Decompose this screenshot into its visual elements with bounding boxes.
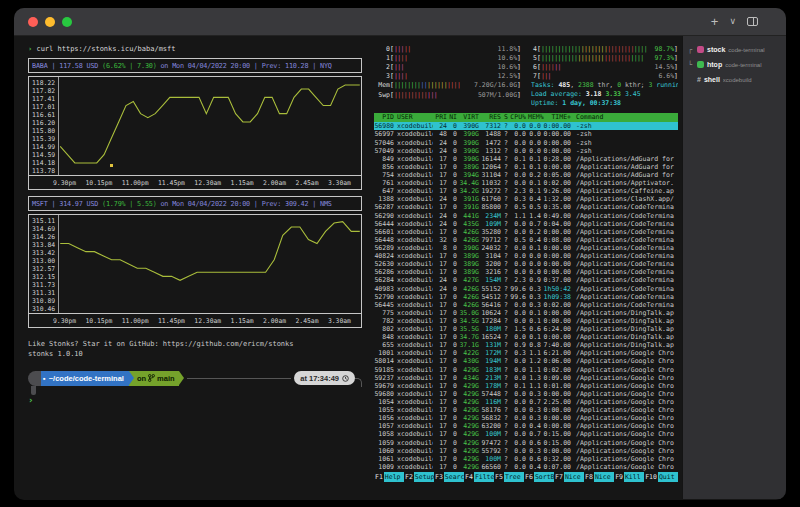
process-row[interactable]: 56997xcodebuild480390G1488?0.00.00:00.00… — [374, 130, 678, 138]
process-row[interactable]: 1054xcodebuild170429G116M?0.00.72:25.00/… — [374, 398, 678, 406]
memory-meter: Mem[||||||||||||||||||||7.20G/16.0G] — [374, 81, 521, 90]
process-row[interactable]: 59680xcodebuild170429G57448?0.00.30:00.0… — [374, 390, 678, 398]
column-header-mem[interactable]: MEM% — [528, 113, 541, 122]
process-row[interactable]: 56448xcodebuild320426G79712?0.50.40:08.0… — [374, 236, 678, 244]
process-row[interactable]: 56287xcodebuild170391G85800?0.50.50:35.0… — [374, 203, 678, 211]
process-row[interactable]: 56289xcodebuild80390G24032?0.00.10:00.00… — [374, 244, 678, 252]
shell-prompt: ▪ ~/code/code-terminal on main — [28, 370, 362, 386]
process-row[interactable]: 57049xcodebuild240390G1312?0.00.00:00.00… — [374, 147, 678, 155]
process-row[interactable]: 1009xcodebuild170429G66560?0.00.40:07.00… — [374, 463, 678, 471]
fnkey-f3-label[interactable]: Search — [444, 472, 464, 482]
process-row[interactable]: 56601xcodebuild170426G35280?0.00.20:00.0… — [374, 228, 678, 236]
process-row[interactable]: 1001xcodebuild170422G172M?0.31.16:21.00/… — [374, 349, 678, 357]
fnkey-f7-label[interactable]: Nice - — [564, 472, 584, 482]
maximize-window-button[interactable] — [62, 17, 72, 27]
column-header-cpu[interactable]: CPU% — [510, 113, 526, 122]
prompt-input-arrow[interactable]: › — [28, 395, 362, 406]
process-row[interactable]: 754xcodebuild170394G31104?0.00.20:05.00/… — [374, 171, 678, 179]
process-row[interactable]: 782xcodebuild17034.5G17284?0.00.10:00.00… — [374, 317, 678, 325]
fnkey-f10[interactable]: F10 — [644, 472, 658, 482]
process-row[interactable]: 56980xcodebuild240390G7312?0.00.00:00.00… — [374, 122, 678, 130]
close-window-button[interactable] — [28, 17, 38, 27]
prompt-connector-line — [187, 378, 292, 379]
process-row[interactable]: 775xcodebuild17035.0G10624?0.00.10:00.00… — [374, 309, 678, 317]
fnkey-f8[interactable]: F8 — [584, 472, 594, 482]
process-row[interactable]: 40983xcodebuild240426G55152?99.60.31h50:… — [374, 285, 678, 293]
process-row[interactable]: 59185xcodebuild170429G183M?0.01.10:02.00… — [374, 366, 678, 374]
fnkey-f10-label[interactable]: Quit — [658, 472, 678, 482]
process-row[interactable]: 56444xcodebuild240435G109M?0.00.70:04.00… — [374, 220, 678, 228]
sidebar-tab-shell[interactable]: #shellxcodebuild — [688, 72, 781, 87]
new-tab-icon[interactable]: + — [711, 15, 719, 28]
sidebar-tab-stock[interactable]: ┌stockcode-terminal — [688, 42, 781, 57]
powerline-separator — [129, 371, 134, 385]
fnkey-f9[interactable]: F9 — [614, 472, 624, 482]
y-axis-label: 117.41 — [32, 95, 56, 103]
fnkey-f2-label[interactable]: Setup — [414, 472, 434, 482]
column-header-pid[interactable]: PID — [374, 113, 394, 122]
process-row[interactable]: 1056xcodebuild170429G56832?0.00.30:00.00… — [374, 414, 678, 422]
process-row[interactable]: 1060xcodebuild170429G55792?0.00.30:00.00… — [374, 447, 678, 455]
process-row[interactable]: 849xcodebuild170390G16144?0.10.10:28.00/… — [374, 155, 678, 163]
process-row[interactable]: 52790xcodebuild170426G54512?99.60.31h09:… — [374, 293, 678, 301]
fnkey-f3[interactable]: F3 — [434, 472, 444, 482]
process-row[interactable]: 59679xcodebuild170429G178M?0.11.10:01.00… — [374, 382, 678, 390]
column-header-res[interactable]: RES — [481, 113, 501, 122]
column-header-user[interactable]: USER — [394, 113, 433, 122]
process-row[interactable]: 56286xcodebuild170389G3216?0.00.00:00.00… — [374, 268, 678, 276]
process-row[interactable]: 1058xcodebuild170429G100M?0.00.70:15.00/… — [374, 430, 678, 438]
process-row[interactable]: 59237xcodebuild170434G213M?0.01.30:09.00… — [374, 374, 678, 382]
column-header-ni[interactable]: NI — [449, 113, 457, 122]
chevron-down-icon[interactable]: ∨ — [729, 17, 736, 26]
fnkey-f7[interactable]: F7 — [554, 472, 564, 482]
fnkey-f9-label[interactable]: Kill — [624, 472, 644, 482]
process-row[interactable]: 57046xcodebuild240390G1472?0.00.00:00.00… — [374, 139, 678, 147]
fnkey-f1-label[interactable]: Help — [384, 472, 404, 482]
x-axis-label: 2.45am — [295, 317, 318, 325]
process-row[interactable]: 1061xcodebuild170429G100M?0.00.60:32.00/… — [374, 455, 678, 463]
process-table-header[interactable]: PIDUSERPRINIVIRTRESSCPU%MEM%TIME+Command — [374, 113, 678, 122]
column-header-s[interactable]: S — [503, 113, 508, 122]
process-row[interactable]: 761xcodebuild17034.4G11032?0.00.10:02.00… — [374, 179, 678, 187]
process-row[interactable]: 56445xcodebuild170426G56416?0.00.30:02.0… — [374, 301, 678, 309]
fnkey-f6-label[interactable]: SortBy — [534, 472, 554, 482]
fnkey-f4-label[interactable]: Filter — [474, 472, 494, 482]
process-row[interactable]: 848xcodebuild17034.7G16524?0.00.10:00.00… — [374, 333, 678, 341]
process-row[interactable]: 56290xcodebuild240441G234M?1.11.40:49.00… — [374, 212, 678, 220]
prompt-left-cap — [28, 371, 41, 386]
cpu-0-meter: 0[|||||11.8%] — [374, 44, 521, 53]
fnkey-f6[interactable]: F6 — [524, 472, 534, 482]
process-row[interactable]: 1055xcodebuild170429G58176?0.00.30:00.00… — [374, 406, 678, 414]
stonks-footer: Like Stonks? Star it on GitHub: https://… — [28, 339, 362, 359]
process-row[interactable]: 52630xcodebuild170389G3200?0.00.00:00.00… — [374, 260, 678, 268]
process-row[interactable]: 56284xcodebuild240427G154M?2.30.90:37.00… — [374, 276, 678, 284]
x-axis-baba: 9.30pm10.15pm11.00pm11.45pm12.30am1.15am… — [29, 176, 361, 189]
tab-title: shell — [704, 76, 720, 83]
process-row[interactable]: 58014xcodebuild170430G194M?0.01.20:06.00… — [374, 357, 678, 365]
column-header-time[interactable]: TIME+ — [543, 113, 571, 122]
fnkey-f5[interactable]: F5 — [494, 472, 504, 482]
process-row[interactable]: 802xcodebuild17035.5G180M?1.50.66:24.00/… — [374, 325, 678, 333]
process-row[interactable]: 1059xcodebuild170429G97472?0.00.60:15.00… — [374, 439, 678, 447]
process-row[interactable]: 40824xcodebuild170389G3104?0.00.00:00.00… — [374, 252, 678, 260]
minimize-window-button[interactable] — [45, 17, 55, 27]
y-axis-label: 115.80 — [32, 127, 56, 135]
process-row[interactable]: 1057xcodebuild170429G63200?0.00.40:00.00… — [374, 422, 678, 430]
fnkey-f2[interactable]: F2 — [404, 472, 414, 482]
column-header-pri[interactable]: PRI — [435, 113, 447, 122]
fnkey-f1[interactable]: F1 — [374, 472, 384, 482]
fnkey-f8-label[interactable]: Nice + — [594, 472, 614, 482]
process-row[interactable]: 655xcodebuild17037.1G131M?0.90.87:40.00/… — [374, 341, 678, 349]
fnkey-f5-label[interactable]: Tree — [504, 472, 524, 482]
column-header-virt[interactable]: VIRT — [459, 113, 479, 122]
split-pane-icon[interactable] — [747, 17, 758, 26]
fnkey-f4[interactable]: F4 — [464, 472, 474, 482]
process-row[interactable]: 1388xcodebuild240391G61760?0.30.41:32.00… — [374, 195, 678, 203]
process-row[interactable]: 856xcodebuild170389G12064?0.10.10:00.00/… — [374, 163, 678, 171]
sidebar-tab-htop[interactable]: └htopcode-terminal — [688, 57, 781, 72]
y-axis-label: 310.46 — [32, 305, 56, 313]
column-header-command[interactable]: Command — [573, 113, 678, 122]
prompt-time-segment: at 17:34:49 — [294, 371, 355, 385]
function-key-bar: F1HelpF2SetupF3SearchF4FilterF5TreeF6Sor… — [374, 472, 678, 482]
process-row[interactable]: 647xcodebuild17034.2G19272?2.30.19:26.00… — [374, 187, 678, 195]
